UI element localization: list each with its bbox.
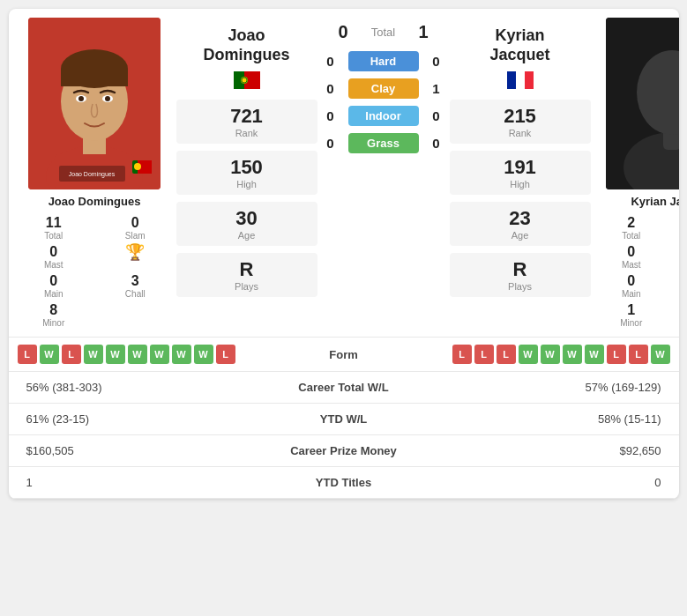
form-badge-right: W xyxy=(519,345,538,364)
clay-score-left: 0 xyxy=(322,81,340,96)
right-minor-cell: 1 Minor xyxy=(595,302,668,328)
left-mast-val: 0 xyxy=(49,244,57,260)
svg-text:Joao Domingues: Joao Domingues xyxy=(69,171,116,178)
form-badge-right: L xyxy=(452,345,472,364)
left-player-name-center: JoaoDomingues xyxy=(203,26,289,64)
left-trophy-cell: 🏆 xyxy=(99,244,172,270)
stats-rows-container: 56% (381-303)Career Total W/L57% (169-12… xyxy=(9,372,679,499)
stats-center-label: Career Prize Money xyxy=(265,444,423,457)
total-score-right: 1 xyxy=(419,22,429,42)
stats-right-val: $92,650 xyxy=(423,444,661,457)
right-player-silhouette xyxy=(606,18,679,189)
stats-row: 61% (23-15)YTD W/L58% (15-11) xyxy=(9,404,679,435)
right-plays-stat: R Plays xyxy=(450,253,591,297)
form-badge-left: W xyxy=(40,345,59,364)
form-badge-left: W xyxy=(106,345,125,364)
left-slam-val: 0 xyxy=(131,215,139,231)
left-plays-lbl: Plays xyxy=(235,281,258,292)
right-main-val: 0 xyxy=(627,273,635,289)
player-photo-left: Joao Domingues xyxy=(28,18,161,189)
stats-row: 1YTD Titles0 xyxy=(9,467,679,499)
left-slam-lbl: Slam xyxy=(125,231,146,241)
player-left-stats: 11 Total 0 Slam 0 Mast 🏆 0 Main xyxy=(18,215,172,328)
left-total-cell: 11 Total xyxy=(18,215,91,241)
form-badge-right: L xyxy=(497,345,516,364)
grass-score-left: 0 xyxy=(322,136,340,151)
svg-point-8 xyxy=(78,96,84,101)
stats-left-val: 56% (381-303) xyxy=(26,381,265,394)
right-main-lbl: Main xyxy=(622,289,641,299)
comparison-total-header: 0 Total 1 xyxy=(322,22,445,42)
form-badge-left: W xyxy=(150,345,169,364)
total-label: Total xyxy=(357,26,410,39)
player-right-stats: 2 Total 0 Slam 0 Mast 🏆 0 Main xyxy=(595,215,679,328)
right-total-lbl: Total xyxy=(622,231,640,241)
left-age-lbl: Age xyxy=(238,230,256,241)
left-rank-val: 721 xyxy=(230,105,263,128)
player-left: Joao Domingues Joao Domingues 11 Total 0… xyxy=(18,18,172,328)
stats-row: $160,505Career Prize Money$92,650 xyxy=(9,435,679,467)
left-minor-cell: 8 Minor xyxy=(18,302,91,328)
grass-score-right: 0 xyxy=(428,136,445,151)
svg-point-9 xyxy=(105,96,110,101)
left-age-val: 30 xyxy=(235,207,257,230)
left-main-lbl: Main xyxy=(44,289,63,299)
right-age-val: 23 xyxy=(509,207,530,230)
left-rank-stat: 721 Rank xyxy=(176,100,317,144)
right-slam-cell: 0 Slam xyxy=(676,215,679,241)
surface-hard: 0 Hard 0 xyxy=(322,51,445,71)
right-flag xyxy=(507,71,534,93)
right-chall-cell: 1 Chall xyxy=(676,273,679,299)
form-badge-right: L xyxy=(607,345,626,364)
form-badge-right: W xyxy=(651,345,670,364)
left-high-lbl: High xyxy=(236,179,257,189)
stats-left-val: 61% (23-15) xyxy=(26,412,265,426)
stats-right-val: 57% (169-129) xyxy=(423,381,661,394)
right-age-lbl: Age xyxy=(512,230,529,241)
right-minor-val: 1 xyxy=(627,302,635,318)
right-minor-lbl: Minor xyxy=(620,318,642,328)
left-high-val: 150 xyxy=(230,156,263,179)
left-mast-lbl: Mast xyxy=(44,260,63,270)
stats-row: 56% (381-303)Career Total W/L57% (169-12… xyxy=(9,372,679,404)
left-high-stat: 150 High xyxy=(176,151,317,195)
clay-score-right: 1 xyxy=(428,81,445,96)
form-badge-right: W xyxy=(541,345,560,364)
surface-grass: 0 Grass 0 xyxy=(322,133,445,153)
center-stats-left: JoaoDomingues 721 Rank 150 High 30 xyxy=(172,18,322,328)
right-total-val: 2 xyxy=(627,215,635,231)
form-badge-left: L xyxy=(62,345,81,364)
france-flag xyxy=(507,71,534,89)
left-minor-lbl: Minor xyxy=(42,318,64,328)
left-age-stat: 30 Age xyxy=(176,202,317,246)
surface-indoor: 0 Indoor 0 xyxy=(322,106,445,126)
left-chall-cell: 3 Chall xyxy=(99,273,172,299)
right-high-stat: 191 High xyxy=(450,151,591,195)
left-rank-lbl: Rank xyxy=(235,128,258,138)
hard-badge: Hard xyxy=(348,51,419,71)
right-high-val: 191 xyxy=(504,156,536,179)
left-flag xyxy=(234,71,260,93)
form-badge-right: W xyxy=(563,345,582,364)
clay-badge: Clay xyxy=(348,78,419,99)
grass-badge: Grass xyxy=(348,133,419,153)
left-chall-val: 3 xyxy=(131,273,139,289)
form-right: LLLWWWWLLW xyxy=(406,345,670,364)
right-trophy-cell: 🏆 xyxy=(676,244,679,270)
form-badge-right: W xyxy=(585,345,604,364)
right-rank-val: 215 xyxy=(504,105,536,128)
form-left: LWLWWWWWWL xyxy=(18,345,282,364)
left-plays-stat: R Plays xyxy=(176,253,317,297)
right-main-placeholder: 0 Main xyxy=(595,273,668,299)
left-mast-cell: 0 Mast xyxy=(18,244,91,270)
svg-rect-21 xyxy=(516,71,525,89)
player-right: Kyrian Jacquet 2 Total 0 Slam 0 Mast 🏆 xyxy=(595,18,679,328)
indoor-badge: Indoor xyxy=(348,106,419,126)
form-badge-left: L xyxy=(18,345,37,364)
left-total-val: 11 xyxy=(46,215,62,231)
left-chall-lbl: Chall xyxy=(125,289,146,299)
surface-clay: 0 Clay 1 xyxy=(322,78,445,99)
form-badge-left: W xyxy=(84,345,103,364)
stats-center-label: YTD Titles xyxy=(265,476,423,489)
right-total-cell: 2 Total xyxy=(595,215,668,241)
